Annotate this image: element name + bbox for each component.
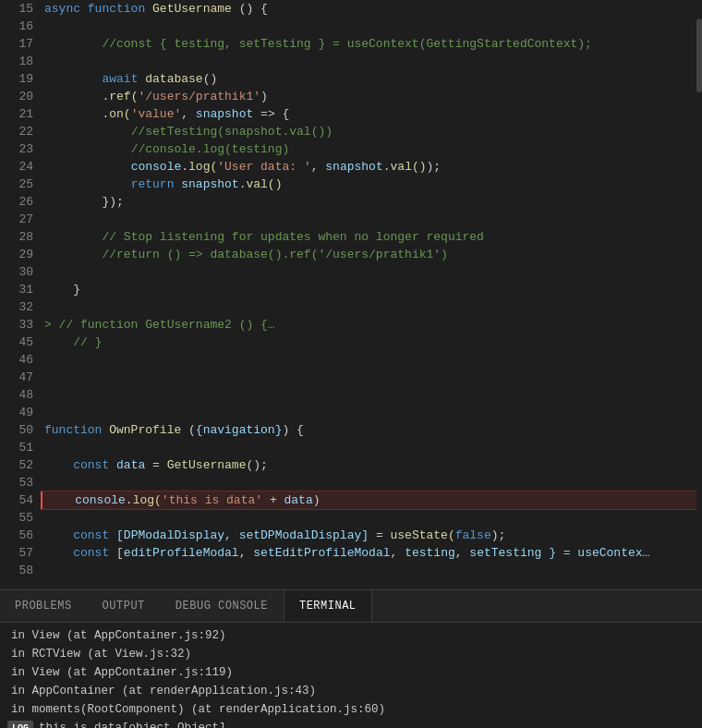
line-number: 57 xyxy=(7,544,33,562)
panel-content: in View (at AppContainer.js:92) in RCTVi… xyxy=(0,623,702,728)
log-line: in View (at AppContainer.js:92) xyxy=(7,626,695,645)
code-line: console.log('this is data' + data) xyxy=(41,491,702,509)
line-number: 30 xyxy=(7,263,33,281)
line-number: 47 xyxy=(7,369,33,386)
line-number: 29 xyxy=(7,246,33,263)
panel-tab-debug-console[interactable]: DEBUG CONSOLE xyxy=(161,589,284,622)
code-line xyxy=(41,369,702,386)
code-line: //console.log(testing) xyxy=(41,140,702,158)
code-line: // Stop listening for updates when no lo… xyxy=(41,228,702,246)
code-line: const [DPModalDisplay, setDPModalDisplay… xyxy=(41,527,702,544)
code-line xyxy=(41,211,702,228)
line-numbers: 1516171819202122232425262728293031323345… xyxy=(0,0,41,589)
panel-tab-output[interactable]: OUTPUT xyxy=(88,589,161,622)
line-number: 27 xyxy=(7,211,33,228)
code-line xyxy=(41,298,702,316)
line-number: 56 xyxy=(7,527,33,544)
line-number: 54 xyxy=(7,491,33,509)
line-number: 21 xyxy=(7,105,33,123)
line-number: 48 xyxy=(7,386,33,404)
line-number: 22 xyxy=(7,123,33,140)
code-line: }); xyxy=(41,193,702,211)
log-line: LOGthis is data[object Object] xyxy=(7,719,695,728)
code-lines[interactable]: async function GetUsername () { //const … xyxy=(41,0,702,589)
log-line: in AppContainer (at renderApplication.js… xyxy=(7,682,695,700)
vertical-scrollbar[interactable] xyxy=(696,0,702,589)
line-number: 52 xyxy=(7,456,33,474)
code-line xyxy=(41,263,702,281)
line-number: 53 xyxy=(7,474,33,491)
line-number: 24 xyxy=(7,158,33,176)
code-line: > // function GetUsername2 () {… xyxy=(41,316,702,334)
code-line: .on('value', snapshot => { xyxy=(41,105,702,123)
line-number: 49 xyxy=(7,404,33,421)
line-number: 20 xyxy=(7,88,33,105)
code-line xyxy=(41,18,702,35)
line-number: 19 xyxy=(7,70,33,88)
line-number: 17 xyxy=(7,35,33,53)
code-line xyxy=(41,474,702,491)
code-line: //const { testing, setTesting } = useCon… xyxy=(41,35,702,53)
line-number: 28 xyxy=(7,228,33,246)
bottom-panel: PROBLEMSOUTPUTDEBUG CONSOLETERMINAL in V… xyxy=(0,589,702,728)
line-number: 26 xyxy=(7,193,33,211)
line-number: 55 xyxy=(7,509,33,527)
log-line: in RCTView (at View.js:32) xyxy=(7,645,695,663)
code-line: return snapshot.val() xyxy=(41,176,702,193)
code-line: .ref('/users/prathik1') xyxy=(41,88,702,105)
panel-tab-terminal[interactable]: TERMINAL xyxy=(284,589,372,622)
log-line: in moments(RootComponent) (at renderAppl… xyxy=(7,700,695,719)
code-line xyxy=(41,562,702,579)
code-line xyxy=(41,439,702,456)
code-line xyxy=(41,53,702,70)
code-line: await database() xyxy=(41,70,702,88)
line-number: 51 xyxy=(7,439,33,456)
line-number: 23 xyxy=(7,140,33,158)
code-line xyxy=(41,386,702,404)
line-number: 15 xyxy=(7,0,33,18)
code-line: async function GetUsername () { xyxy=(41,0,702,18)
code-line xyxy=(41,509,702,527)
code-line: // } xyxy=(41,334,702,351)
log-text: this is data[object Object] xyxy=(39,719,226,728)
code-line: //return () => database().ref('/users/pr… xyxy=(41,246,702,263)
code-line: const data = GetUsername(); xyxy=(41,456,702,474)
panel-tabs: PROBLEMSOUTPUTDEBUG CONSOLETERMINAL xyxy=(0,590,702,623)
line-number: 16 xyxy=(7,18,33,35)
code-line: } xyxy=(41,281,702,298)
line-number: 33 xyxy=(7,316,33,334)
code-line: function OwnProfile ({navigation}) { xyxy=(41,421,702,439)
code-line: const [editProfileModal, setEditProfileM… xyxy=(41,544,702,562)
line-number: 18 xyxy=(7,53,33,70)
code-line: //setTesting(snapshot.val()) xyxy=(41,123,702,140)
line-number: 46 xyxy=(7,351,33,369)
code-line: console.log('User data: ', snapshot.val(… xyxy=(41,158,702,176)
line-number: 58 xyxy=(7,562,33,579)
line-number: 45 xyxy=(7,334,33,351)
log-line: in View (at AppContainer.js:119) xyxy=(7,663,695,682)
code-editor: 1516171819202122232425262728293031323345… xyxy=(0,0,702,589)
line-number: 31 xyxy=(7,281,33,298)
code-line xyxy=(41,351,702,369)
code-line xyxy=(41,404,702,421)
scrollbar-thumb[interactable] xyxy=(696,18,702,92)
line-number: 32 xyxy=(7,298,33,316)
line-number: 25 xyxy=(7,176,33,193)
log-badge: LOG xyxy=(7,721,33,728)
line-number: 50 xyxy=(7,421,33,439)
panel-tab-problems[interactable]: PROBLEMS xyxy=(0,589,88,622)
